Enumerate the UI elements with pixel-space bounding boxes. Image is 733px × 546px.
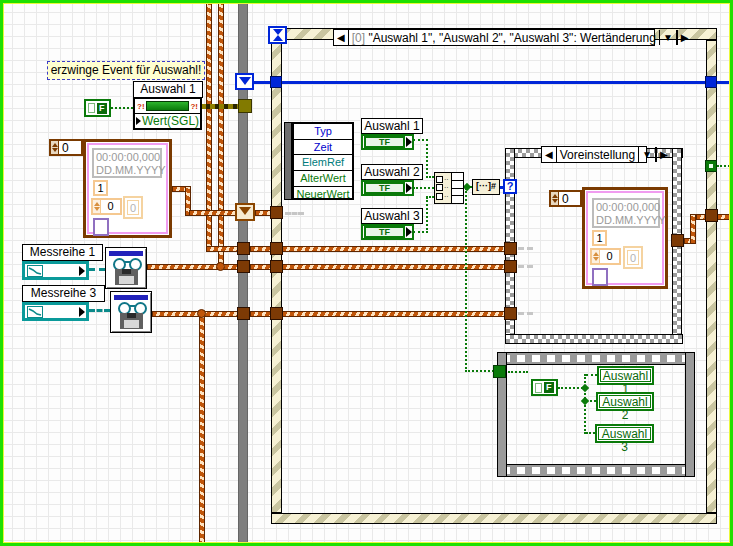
wire-row2-inside-event[interactable] (282, 264, 505, 270)
wire-cluster-const-h2[interactable] (189, 210, 237, 216)
numeric-constant-2[interactable]: 0 (91, 198, 122, 215)
array-index-outside[interactable]: 0 (49, 139, 83, 156)
tunnel-case-row1[interactable] (504, 242, 517, 255)
wire-cluster-vertical-2[interactable] (218, 0, 224, 267)
wire-case-out-right[interactable] (717, 214, 733, 220)
wire-bool1-v[interactable] (426, 139, 428, 178)
shift-register-orange[interactable] (235, 203, 255, 221)
wire-row1-inside-event[interactable] (282, 246, 505, 252)
case-next-arrow[interactable]: ▶ (656, 147, 671, 162)
wire-bool3-h2[interactable] (426, 196, 434, 198)
free-label[interactable]: erzwinge Event für Auswahl! (47, 61, 205, 80)
sequence-border-right[interactable] (685, 352, 695, 477)
sequence-border-bottom[interactable] (497, 464, 695, 477)
wire-row2-gap[interactable] (250, 264, 271, 270)
event-structure-header[interactable]: ◀ [0] "Auswahl 1", "Auswahl 2", "Auswahl… (333, 29, 655, 46)
messreihe1-terminal[interactable] (22, 261, 89, 280)
wire-branch-down[interactable] (199, 316, 205, 546)
event-data-node-tab[interactable] (284, 122, 292, 200)
wire-messreihe3[interactable] (152, 311, 238, 317)
auswahl3-terminal[interactable]: TF (361, 224, 414, 240)
tunnel-error[interactable] (238, 99, 252, 113)
local-var-auswahl2[interactable]: Auswahl 2 (596, 392, 654, 411)
property-node[interactable]: ?! ?! Wert(SGL) (133, 97, 202, 130)
numeric-constant-1[interactable]: 1 (592, 230, 607, 246)
numeric-constant-3[interactable]: 0 (623, 246, 643, 269)
case-structure-border-bottom[interactable] (505, 334, 683, 344)
wire-bool1-h2[interactable] (426, 176, 434, 178)
wire-junction-seq-1[interactable] (581, 384, 589, 392)
event-prev-arrow[interactable]: ◀ (334, 30, 349, 45)
messreihe3-label[interactable]: Messreihe 3 (22, 285, 105, 302)
wire-blue-out[interactable] (717, 81, 733, 84)
wire-seq-local1[interactable] (586, 374, 597, 376)
tunnel-case-row2[interactable] (504, 260, 517, 273)
event-data-node[interactable]: Typ Zeit ElemRef AlterWert NeuerWert (292, 122, 354, 200)
tunnel-event-cluster[interactable] (270, 206, 283, 219)
event-data-item[interactable]: Typ (294, 124, 352, 140)
wire-boolarray-to-seq[interactable] (465, 370, 494, 372)
save-vi-3[interactable] (110, 291, 152, 333)
cluster-constant-outside[interactable]: 00:00:00,000 DD.MM.YYYY 1 0 0 (83, 139, 172, 238)
timestamp-constant[interactable]: 00:00:00,000 DD.MM.YYYY (92, 148, 162, 178)
wire-error[interactable] (201, 104, 239, 109)
case-prev-arrow[interactable]: ◀ (542, 147, 557, 162)
sequence-border-top[interactable] (497, 352, 695, 365)
boolean-array-to-number-node[interactable]: [···]# (472, 179, 500, 195)
local-var-auswahl3[interactable]: Auswahl 3 (595, 424, 654, 443)
tunnel-event-row3[interactable] (270, 307, 283, 320)
tunnel-case-row3[interactable] (504, 307, 517, 320)
tunnel-sequence-in[interactable] (493, 365, 506, 378)
shift-register-blue[interactable] (235, 73, 254, 90)
auswahl2-terminal[interactable]: TF (361, 180, 414, 196)
tunnel-event-blue-right[interactable] (705, 76, 717, 88)
tunnel-event-row2[interactable] (270, 260, 283, 273)
event-dropdown-icon[interactable]: ▼ (659, 30, 677, 45)
timestamp-constant[interactable]: 00:00:00,000 DD.MM.YYYY (592, 198, 660, 228)
numeric-constant-1[interactable]: 1 (93, 180, 108, 196)
cluster-constant-case[interactable]: 00:00:00,000 DD.MM.YYYY 1 0 0 (582, 187, 668, 289)
false-constant-1[interactable]: F (84, 99, 111, 117)
save-vi-1[interactable] (105, 247, 147, 289)
empty-string-constant[interactable] (592, 268, 608, 286)
local-var-auswahl1[interactable]: Auswahl 1 (597, 366, 654, 385)
wire-row1-gap[interactable] (250, 246, 271, 252)
event-next-arrow[interactable]: ▶ (677, 30, 692, 45)
tunnel-event-orange-right[interactable] (705, 209, 718, 222)
array-index-case[interactable]: 0 (549, 190, 582, 207)
build-array-node[interactable]: ·· ·· ·· (434, 172, 464, 204)
auswahl3-label[interactable]: Auswahl 3 (361, 208, 423, 224)
tunnel-case-out[interactable] (671, 234, 684, 247)
index-spinner-icon[interactable] (51, 141, 59, 154)
wire-seq-local3[interactable] (586, 432, 595, 434)
wire-blue-inside[interactable] (282, 81, 706, 84)
index-spinner-icon[interactable] (551, 192, 559, 205)
tunnel-event-green-right[interactable] (705, 160, 717, 172)
wire-green-out-right[interactable] (717, 165, 733, 167)
wire-junction-1[interactable] (216, 262, 225, 271)
property-item[interactable]: Wert(SGL) (135, 114, 200, 128)
event-structure-border-left[interactable] (271, 40, 282, 513)
spinner-icon[interactable] (592, 250, 600, 263)
numeric-constant-3[interactable]: 0 (123, 196, 143, 219)
event-data-item[interactable]: AlterWert (294, 171, 352, 187)
false-constant-2[interactable]: F (531, 379, 558, 396)
wire-junction-seq-2[interactable] (581, 397, 589, 405)
tunnel-event-blue-left[interactable] (270, 76, 282, 88)
event-data-item[interactable]: NeuerWert (294, 187, 352, 202)
empty-string-constant[interactable] (93, 218, 109, 236)
numeric-constant-2[interactable]: 0 (590, 248, 621, 265)
case-selector-terminal[interactable]: ? (503, 179, 517, 194)
event-data-item[interactable]: ElemRef (294, 155, 352, 171)
wire-false1[interactable] (111, 107, 133, 109)
event-data-item[interactable]: Zeit (294, 140, 352, 156)
wire-waveform-1[interactable] (89, 268, 105, 271)
tunnel-event-row1[interactable] (270, 242, 283, 255)
auswahl2-label[interactable]: Auswahl 2 (361, 164, 423, 180)
messreihe1-label[interactable]: Messreihe 1 (22, 244, 103, 261)
tunnel-loop-row1[interactable] (237, 242, 250, 255)
wire-row3-gap[interactable] (250, 311, 271, 317)
messreihe3-terminal[interactable] (22, 302, 89, 321)
wire-row3-inside-event[interactable] (282, 311, 505, 317)
wire-blue-left[interactable] (253, 81, 271, 84)
